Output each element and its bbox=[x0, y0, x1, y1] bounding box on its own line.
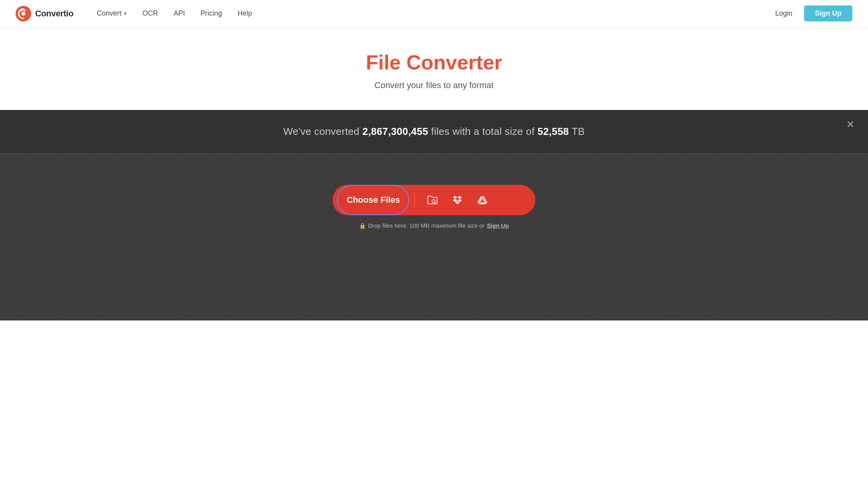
upload-area: Choose Files bbox=[325, 185, 543, 229]
navbar: Convertio Convert ▾ OCR API Pricing Help… bbox=[0, 0, 868, 27]
nav-right: Login Sign Up bbox=[775, 5, 852, 21]
stats-text: We've converted 2,867,300,455 files with… bbox=[283, 126, 585, 137]
nav-convert[interactable]: Convert ▾ bbox=[97, 9, 127, 18]
hero-section: File Converter Convert your files to any… bbox=[0, 27, 868, 110]
icon-group bbox=[415, 192, 500, 208]
dropbox-icon bbox=[451, 194, 464, 206]
signup-drop-link[interactable]: Sign Up bbox=[487, 222, 509, 229]
stats-size: 52,558 bbox=[537, 126, 569, 137]
drop-hint-text: Drop files here. 100 MB maximum file siz… bbox=[368, 222, 484, 229]
nav-help[interactable]: Help bbox=[237, 9, 252, 18]
dropbox-upload-button[interactable] bbox=[450, 192, 465, 208]
stats-file-count: 2,867,300,455 bbox=[362, 126, 428, 137]
nav-links: Convert ▾ OCR API Pricing Help bbox=[97, 9, 775, 18]
choose-files-button[interactable]: Choose Files bbox=[333, 185, 414, 215]
login-link[interactable]: Login bbox=[775, 9, 792, 18]
lock-icon: 🔒 bbox=[359, 223, 366, 229]
google-drive-icon bbox=[476, 194, 489, 206]
stats-bar: We've converted 2,867,300,455 files with… bbox=[0, 110, 868, 154]
folder-search-icon bbox=[426, 194, 439, 206]
close-button[interactable]: ✕ bbox=[845, 119, 856, 130]
nav-ocr[interactable]: OCR bbox=[142, 9, 158, 18]
hero-title: File Converter bbox=[8, 51, 860, 74]
logo-link[interactable]: Convertio bbox=[16, 6, 73, 21]
upload-bar: Choose Files bbox=[333, 185, 535, 215]
nav-api[interactable]: API bbox=[174, 9, 185, 18]
gdrive-upload-button[interactable] bbox=[475, 192, 490, 208]
url-upload-button[interactable] bbox=[425, 192, 440, 208]
logo-icon bbox=[16, 6, 31, 21]
logo-text: Convertio bbox=[35, 9, 73, 19]
svg-point-1 bbox=[21, 12, 25, 16]
chevron-down-icon: ▾ bbox=[124, 11, 127, 16]
dark-section: We've converted 2,867,300,455 files with… bbox=[0, 110, 868, 320]
hero-subtitle: Convert your files to any format bbox=[8, 80, 860, 90]
drop-hint: 🔒 Drop files here. 100 MB maximum file s… bbox=[359, 222, 509, 229]
signup-button[interactable]: Sign Up bbox=[804, 5, 852, 21]
nav-pricing[interactable]: Pricing bbox=[200, 9, 222, 18]
